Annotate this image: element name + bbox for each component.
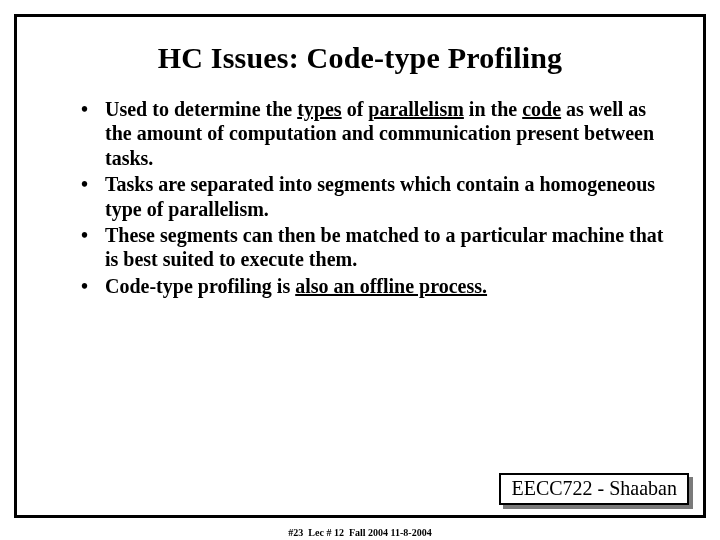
bullet-text: in the <box>464 98 522 120</box>
footer-date: 11-8-2004 <box>391 527 432 538</box>
slide-title: HC Issues: Code-type Profiling <box>17 41 703 75</box>
bullet-text: These segments can then be matched to a … <box>105 224 663 270</box>
footer-slide-number: #23 <box>288 527 303 538</box>
bullet-text: Used to determine the <box>105 98 297 120</box>
bullet-underline: types <box>297 98 341 120</box>
bullet-list: Used to determine the types of paralleli… <box>17 97 703 298</box>
slide-frame: HC Issues: Code-type Profiling Used to d… <box>14 14 706 518</box>
bullet-text: of <box>342 98 369 120</box>
bullet-underline: code <box>522 98 561 120</box>
footer-meta: #23 Lec # 12 Fall 2004 11-8-2004 <box>0 527 720 538</box>
bullet-item: Tasks are separated into segments which … <box>77 172 673 221</box>
bullet-item: Used to determine the types of paralleli… <box>77 97 673 170</box>
footer-lecture: Lec # 12 <box>308 527 344 538</box>
bullet-text: Tasks are separated into segments which … <box>105 173 655 219</box>
footer-term: Fall 2004 <box>349 527 388 538</box>
bullet-underline: parallelism <box>368 98 464 120</box>
bullet-item: These segments can then be matched to a … <box>77 223 673 272</box>
bullet-text: Code-type profiling is <box>105 275 295 297</box>
bullet-item: Code-type profiling is also an offline p… <box>77 274 673 298</box>
course-badge-label: EECC722 - Shaaban <box>499 473 689 505</box>
course-badge: EECC722 - Shaaban <box>499 473 689 505</box>
bullet-underline: also an offline process. <box>295 275 487 297</box>
